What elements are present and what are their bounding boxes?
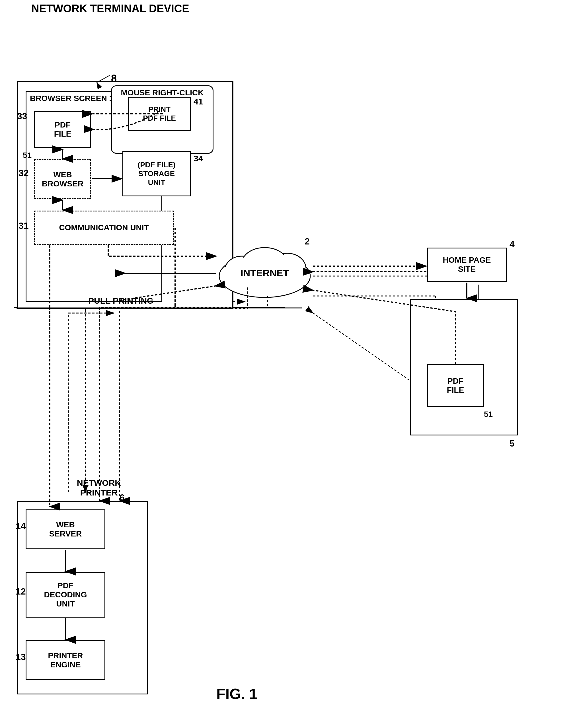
ref-51-bottom: 51 xyxy=(484,410,493,419)
web-server-box: WEBSERVER xyxy=(25,509,105,549)
ref-12: 12 xyxy=(16,586,26,597)
ref-5: 5 xyxy=(510,438,515,449)
printer-engine-box: PRINTERENGINE xyxy=(25,640,105,680)
ref-14: 14 xyxy=(16,521,26,531)
ref-32: 32 xyxy=(18,168,29,178)
pdf-decoding-box: PDFDECODINGUNIT xyxy=(25,572,105,618)
ref-34: 34 xyxy=(194,154,203,163)
pull-printing-label: PULL PRINTING xyxy=(88,296,153,306)
ref-51-top: 51 xyxy=(23,151,32,160)
network-printer-label: NETWORKPRINTER xyxy=(77,478,121,498)
ref-13: 13 xyxy=(16,652,26,662)
pdf-file-top-box: PDFFILE xyxy=(34,111,91,148)
figure-label: FIG. 1 xyxy=(216,685,257,703)
pdf-storage-box: (PDF FILE)STORAGEUNIT xyxy=(122,151,191,197)
ref-31: 31 xyxy=(18,221,29,231)
ref-33: 33 xyxy=(17,111,27,121)
network-terminal-device-label: NETWORK TERMINAL DEVICE xyxy=(31,2,189,15)
pdf-file-bottom-box: PDFFILE xyxy=(427,364,484,407)
communication-unit-box: COMMUNICATION UNIT xyxy=(34,211,174,245)
ref-4: 4 xyxy=(510,239,515,249)
home-page-site-box: HOME PAGESITE xyxy=(427,247,507,282)
print-pdf-file-box: PRINTPDF FILE xyxy=(128,97,191,131)
browser-screen-1-label: BROWSER SCREEN 1 xyxy=(30,94,114,103)
internet-label: INTERNET xyxy=(233,268,296,279)
ref-41: 41 xyxy=(194,97,203,106)
web-browser-box: WEBBROWSER xyxy=(34,159,91,199)
ref-2: 2 xyxy=(305,236,310,247)
